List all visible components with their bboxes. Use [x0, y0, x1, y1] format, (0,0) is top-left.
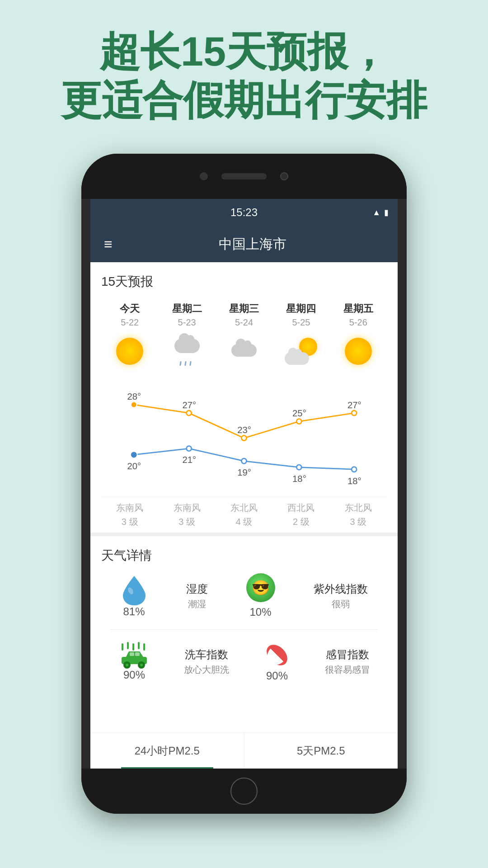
partly-cloudy-icon [285, 338, 317, 365]
uv-desc: 很弱 [314, 598, 368, 610]
uv-item: 😎 10% [246, 573, 275, 618]
svg-text:21°: 21° [182, 455, 196, 465]
uv-value: 10% [249, 606, 271, 618]
humidity-item: 81% [121, 574, 148, 618]
humidity-value: 81% [123, 605, 145, 618]
wind-row: 东南风 3 级 东南风 3 级 东北风 4 级 西北风 [101, 497, 387, 533]
weather-icon-4 [342, 335, 375, 368]
weather-icon-0 [113, 335, 146, 368]
day-name-2: 星期三 [229, 302, 259, 316]
cloud-icon [230, 340, 258, 362]
wind-dir-4: 东北风 [330, 502, 387, 514]
cold-desc: 很容易感冒 [325, 664, 370, 676]
uv-label: 紫外线指数 [314, 582, 368, 596]
wind-level-1: 3 级 [158, 516, 215, 528]
day-col-1: 星期二 5-23 [158, 302, 215, 375]
svg-point-2 [241, 435, 246, 440]
cold-item: 90% [263, 641, 291, 682]
svg-point-4 [352, 410, 357, 415]
status-icons: ▲ ▮ [372, 208, 389, 217]
cold-value: 90% [266, 670, 288, 682]
svg-text:20°: 20° [127, 461, 141, 471]
wind-col-4: 东北风 3 级 [330, 502, 387, 528]
tab-24h-pm25[interactable]: 24小时PM2.5 [90, 733, 244, 769]
sun-icon-2 [345, 338, 372, 365]
car-wash-label: 洗车指数 [184, 647, 229, 662]
svg-point-3 [296, 419, 301, 424]
cold-label-area: 感冒指数 很容易感冒 [325, 647, 370, 676]
city-name: 中国上海市 [122, 235, 384, 254]
wind-level-2: 4 级 [216, 516, 272, 528]
svg-point-10 [131, 452, 137, 458]
day-name-0: 今天 [120, 302, 140, 316]
day-col-3: 星期四 5-25 [272, 302, 329, 375]
app-navbar: ≡ 中国上海市 [90, 226, 398, 262]
wind-level-4: 3 级 [330, 516, 387, 528]
svg-point-11 [187, 446, 192, 451]
battery-icon: ▮ [384, 208, 389, 217]
svg-text:28°: 28° [127, 392, 141, 401]
weather-icon-3 [285, 335, 317, 368]
details-section: 天气详情 81% 湿度 [90, 533, 398, 693]
forecast-title: 15天预报 [101, 273, 387, 290]
phone-top [81, 154, 407, 199]
tab-5d-pm25[interactable]: 5天PM2.5 [244, 733, 398, 769]
svg-text:18°: 18° [347, 476, 361, 486]
phone-screen: 15:23 ▲ ▮ ≡ 中国上海市 15天预报 [90, 199, 398, 769]
day-date-2: 5-24 [235, 317, 253, 328]
pill-icon [263, 641, 291, 670]
status-bar: 15:23 ▲ ▮ [90, 199, 398, 226]
cloud-rain-icon [173, 337, 202, 366]
car-wash-label-area: 洗车指数 放心大胆洗 [184, 647, 229, 676]
day-col-2: 星期三 5-24 [216, 302, 272, 375]
svg-point-0 [131, 402, 137, 408]
wind-level-3: 2 级 [272, 516, 329, 528]
humidity-desc: 潮湿 [186, 598, 208, 610]
day-name-4: 星期五 [343, 302, 373, 316]
svg-point-12 [241, 458, 246, 463]
svg-text:27°: 27° [347, 400, 361, 410]
water-drop-icon [121, 574, 148, 605]
svg-text:18°: 18° [292, 474, 306, 484]
front-camera [200, 172, 208, 180]
details-title: 天气详情 [101, 547, 387, 564]
wind-dir-2: 东北风 [216, 502, 272, 514]
day-date-0: 5-22 [121, 317, 139, 328]
speaker [221, 173, 267, 179]
wind-col-2: 东北风 4 级 [216, 502, 272, 528]
car-wash-desc: 放心大胆洗 [184, 664, 229, 676]
wind-dir-0: 东南风 [101, 502, 158, 514]
day-date-1: 5-23 [178, 317, 196, 328]
app-content[interactable]: 15天预报 今天 5-22 星期二 [90, 262, 398, 769]
day-name-3: 星期四 [286, 302, 316, 316]
menu-icon[interactable]: ≡ [104, 236, 113, 253]
wind-dir-3: 西北风 [272, 502, 329, 514]
svg-rect-32 [135, 652, 140, 656]
sun-icon [116, 338, 143, 365]
uv-label-area: 紫外线指数 很弱 [314, 582, 368, 610]
car-wash-item: 90% [118, 642, 150, 681]
divider [110, 629, 378, 630]
svg-text:27°: 27° [182, 400, 196, 410]
days-row: 今天 5-22 星期二 5-23 [101, 297, 387, 379]
day-col-4: 星期五 5-26 [330, 302, 387, 375]
wind-col-0: 东南风 3 级 [101, 502, 158, 528]
page-header: 超长15天预报， 更适合假期出行安排 [0, 0, 488, 143]
phone-shell: 15:23 ▲ ▮ ≡ 中国上海市 15天预报 [81, 154, 407, 814]
svg-rect-31 [130, 652, 134, 656]
forecast-section: 15天预报 今天 5-22 星期二 [90, 262, 398, 533]
wind-col-3: 西北风 2 级 [272, 502, 329, 528]
status-time: 15:23 [230, 206, 258, 219]
front-sensor [280, 172, 288, 180]
humidity-label: 湿度 [186, 582, 208, 596]
uv-emoji: 😎 [246, 573, 275, 602]
day-date-4: 5-26 [349, 317, 367, 328]
svg-text:25°: 25° [292, 408, 306, 418]
car-wash-value: 90% [123, 669, 145, 681]
cold-label: 感冒指数 [325, 647, 370, 662]
headline: 超长15天预报， 更适合假期出行安排 [0, 27, 488, 125]
humidity-label-area: 湿度 潮湿 [186, 582, 208, 610]
svg-point-14 [352, 467, 357, 472]
weather-icon-1 [171, 335, 203, 368]
home-button[interactable] [230, 778, 258, 805]
